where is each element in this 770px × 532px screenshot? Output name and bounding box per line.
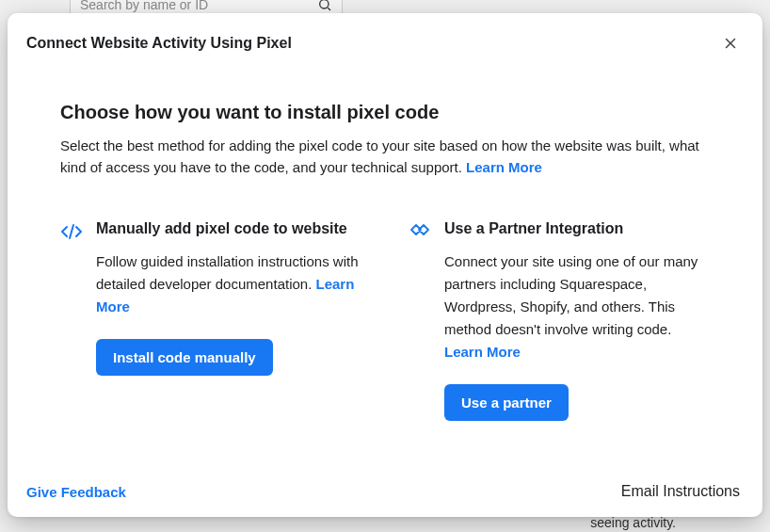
option-partner: Use a Partner Integration Connect your s… <box>409 218 710 421</box>
options-row: Manually add pixel code to website Follo… <box>60 218 710 421</box>
section-desc-text: Select the best method for adding the pi… <box>60 137 699 175</box>
option-manual-title: Manually add pixel code to website <box>96 218 361 239</box>
modal-body: Choose how you want to install pixel cod… <box>8 62 762 470</box>
modal-footer: Give Feedback Email Instructions <box>8 470 762 517</box>
bg-bottom-text: seeing activity. <box>590 515 676 530</box>
install-manually-button[interactable]: Install code manually <box>96 339 273 376</box>
option-partner-title: Use a Partner Integration <box>444 218 710 239</box>
modal-header: Connect Website Activity Using Pixel <box>8 13 762 62</box>
use-partner-button[interactable]: Use a partner <box>444 384 569 421</box>
svg-line-4 <box>70 225 73 238</box>
modal-title: Connect Website Activity Using Pixel <box>26 35 292 52</box>
learn-more-partner-link[interactable]: Learn More <box>444 344 521 360</box>
svg-line-1 <box>328 8 330 10</box>
section-heading: Choose how you want to install pixel cod… <box>60 102 710 123</box>
code-icon <box>60 220 83 243</box>
close-icon <box>722 35 739 52</box>
give-feedback-link[interactable]: Give Feedback <box>26 484 126 500</box>
bg-search-placeholder: Search by name or ID <box>80 0 208 12</box>
section-description: Select the best method for adding the pi… <box>60 135 710 179</box>
close-button[interactable] <box>717 30 744 56</box>
svg-point-0 <box>320 0 329 8</box>
search-icon <box>317 0 332 12</box>
pixel-install-modal: Connect Website Activity Using Pixel Cho… <box>8 13 762 517</box>
option-manual-desc: Follow guided installation instructions … <box>96 250 361 318</box>
option-partner-desc-text: Connect your site using one of our many … <box>444 253 698 337</box>
option-partner-content: Use a Partner Integration Connect your s… <box>444 218 710 421</box>
email-instructions-link[interactable]: Email Instructions <box>621 483 740 500</box>
handshake-icon <box>409 220 431 243</box>
option-manual: Manually add pixel code to website Follo… <box>60 218 361 421</box>
option-partner-desc: Connect your site using one of our many … <box>444 250 710 363</box>
option-manual-content: Manually add pixel code to website Follo… <box>96 218 361 421</box>
learn-more-main-link[interactable]: Learn More <box>466 159 542 175</box>
